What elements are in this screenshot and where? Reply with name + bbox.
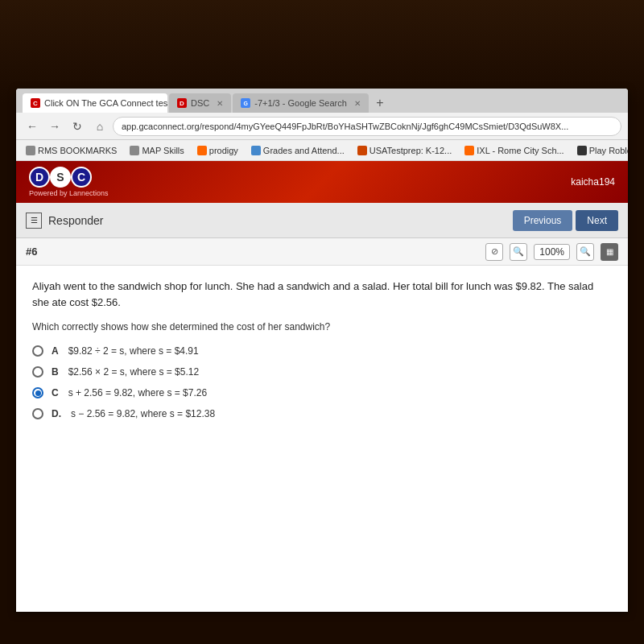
bookmark-label-map: MAP Skills [142,146,184,155]
option-b[interactable]: B $2.56 × 2 = s, where s = $5.12 [32,366,612,378]
logo-s: S [50,167,71,188]
nav-bar: ← → ↻ ⌂ app.gcaconnect.org/respond/4myGY… [16,113,628,140]
responder-label: Responder [48,214,104,227]
logo-c: C [71,167,92,188]
tab-dsc[interactable]: D DSC ✕ [169,93,231,113]
bookmark-map[interactable]: MAP Skills [126,144,187,157]
new-tab-button[interactable]: + [370,93,390,113]
bookmark-icon-prodigy [197,146,207,155]
tab-google[interactable]: G -7+1/3 - Google Search ✕ [233,93,369,113]
bookmark-icon-ixl [464,146,474,155]
tab-close-3[interactable]: ✕ [354,99,361,108]
reload-button[interactable]: ↻ [68,117,87,136]
radio-b[interactable] [32,366,43,378]
bookmark-grades[interactable]: Grades and Attend... [248,144,348,157]
option-c-text: s + 2.56 = 9.82, where s = $7.26 [68,387,207,398]
bookmark-label-ixl: IXL - Rome City Sch... [477,146,564,155]
tab-active[interactable]: C Click ON The GCA Connect test ✕ [23,93,167,113]
username-display: kaicha194 [571,176,615,188]
address-bar[interactable]: app.gcaconnect.org/respond/4myGYeeQ449Fp… [113,117,621,136]
question-content: Aliyah went to the sandwich shop for lun… [16,266,628,432]
option-d[interactable]: D. s − 2.56 = 9.82, where s = $12.38 [32,408,612,419]
bookmark-icon-usa [357,146,367,155]
zoom-level: 100% [534,244,570,260]
option-d-label: D. [52,408,61,419]
next-button[interactable]: Next [576,210,618,231]
forward-button[interactable]: → [45,117,64,136]
bookmark-prodigy[interactable]: prodigy [194,144,242,157]
options-list: A $9.82 ÷ 2 = s, where s = $4.91 B $2.56… [32,345,612,419]
radio-c-selected [35,390,41,396]
option-a-label: A [52,345,59,357]
bookmark-rms[interactable]: RMS BOOKMARKS [23,144,120,157]
option-a[interactable]: A $9.82 ÷ 2 = s, where s = $4.91 [32,345,612,357]
tab-favicon-1: C [31,98,40,108]
bookmarks-bar: RMS BOOKMARKS MAP Skills prodigy Grades … [16,140,628,161]
option-b-text: $2.56 × 2 = s, where s = $5.12 [68,366,199,378]
radio-d[interactable] [32,408,43,419]
bookmark-icon-grades [251,146,261,155]
bookmark-icon-rms [26,146,35,155]
option-d-text: s − 2.56 = 9.82, where s = $12.38 [71,408,215,419]
powered-by-text: Powered by Lannections [29,189,109,197]
bookmark-roblox[interactable]: Play Roblox O... [574,144,628,157]
calculator-button[interactable]: ▦ [601,243,618,261]
previous-button[interactable]: Previous [513,210,573,231]
address-text: app.gcaconnect.org/respond/4myGYeeQ449Fp… [122,122,568,131]
tab-label-1: Click ON The GCA Connect test [44,98,167,108]
bookmark-icon-roblox [577,146,587,155]
bookmark-ixl[interactable]: IXL - Rome City Sch... [461,144,567,157]
question-number: #6 [26,246,37,258]
question-prompt: Which correctly shows how she determined… [32,321,612,332]
bookmark-label-grades: Grades and Attend... [263,146,345,155]
option-c-label: C [52,387,59,398]
responder-buttons: Previous Next [513,210,618,231]
zoom-in-button[interactable]: 🔍 [576,243,594,261]
responder-icon: ☰ [26,213,42,229]
responder-left: ☰ Responder [26,213,104,229]
logo-d: D [29,167,50,188]
option-c[interactable]: C s + 2.56 = 9.82, where s = $7.26 [32,387,612,398]
tab-label-3: -7+1/3 - Google Search [254,98,347,108]
tab-favicon-3: G [241,98,250,108]
option-b-label: B [52,366,59,378]
option-a-text: $9.82 ÷ 2 = s, where s = $4.91 [68,345,199,357]
question-text: Aliyah went to the sandwich shop for lun… [32,279,612,310]
back-button[interactable]: ← [23,117,42,136]
dsc-logo-letters: D S C [29,167,109,188]
radio-a[interactable] [32,345,43,357]
tab-close-2[interactable]: ✕ [217,99,223,108]
tab-label-2: DSC [191,98,209,108]
search-button[interactable]: 🔍 [510,243,527,261]
bookmark-label-usa: USATestprep: K-12... [369,146,452,155]
dsc-header: D S C Powered by Lannections kaicha194 [16,161,628,203]
tab-bar: C Click ON The GCA Connect test ✕ D DSC … [16,89,628,113]
home-button[interactable]: ⌂ [90,117,109,136]
bookmark-label-prodigy: prodigy [209,146,238,155]
bookmark-usatestprep[interactable]: USATestprep: K-12... [354,144,456,157]
bookmark-label-rms: RMS BOOKMARKS [38,146,117,155]
bookmark-icon-map [130,146,139,155]
bookmark-label-roblox: Play Roblox O... [589,146,628,155]
question-toolbar: #6 ⊘ 🔍 100% 🔍 ▦ [16,238,628,266]
browser-window: C Click ON The GCA Connect test ✕ D DSC … [16,89,628,612]
radio-c[interactable] [32,387,43,398]
responder-bar: ☰ Responder Previous Next [16,203,628,238]
flag-button[interactable]: ⊘ [485,243,503,261]
tab-favicon-2: D [177,98,187,108]
dsc-logo: D S C Powered by Lannections [29,167,109,197]
